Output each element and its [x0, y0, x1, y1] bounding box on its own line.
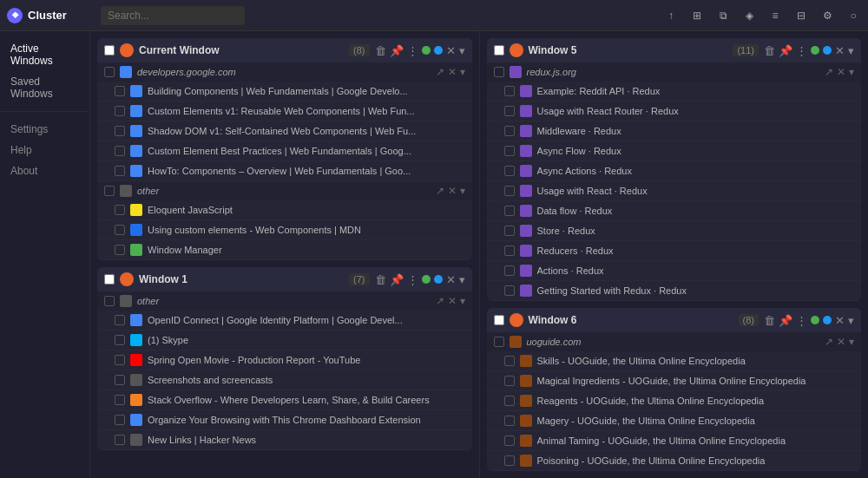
tab-close-icon[interactable]: ✕: [846, 106, 854, 117]
window-current-delete-icon[interactable]: 🗑: [375, 44, 386, 57]
tab-checkbox[interactable]: [504, 435, 515, 446]
filter-icon[interactable]: ≡: [767, 8, 783, 23]
tab-checkbox[interactable]: [115, 435, 125, 445]
tab-group-redux-chevron-icon[interactable]: ▾: [849, 66, 854, 78]
tab-checkbox[interactable]: [115, 86, 125, 96]
tab-close-icon[interactable]: ✕: [846, 226, 854, 237]
window-current-green-btn[interactable]: [422, 46, 431, 55]
tab-group-google-dev-checkbox[interactable]: [104, 67, 115, 77]
tab-checkbox[interactable]: [504, 356, 515, 366]
tab-checkbox[interactable]: [504, 146, 515, 156]
window-6-blue-btn[interactable]: [823, 316, 832, 324]
window-current-checkbox[interactable]: [104, 45, 115, 56]
tab-checkbox[interactable]: [504, 416, 515, 426]
window-6-chevron-icon[interactable]: ▾: [848, 314, 854, 327]
tab-checkbox[interactable]: [504, 376, 515, 386]
tab-close-icon[interactable]: ✕: [846, 376, 854, 387]
window-1-more-icon[interactable]: ⋮: [407, 273, 418, 286]
window-current-chevron-icon[interactable]: ▾: [459, 44, 465, 57]
window-1-delete-icon[interactable]: 🗑: [375, 273, 386, 286]
tab-close-icon[interactable]: ✕: [846, 265, 854, 277]
tab-checkbox[interactable]: [504, 206, 515, 216]
tab-group-google-dev-open-icon[interactable]: ↗: [436, 66, 444, 78]
tab-close-icon[interactable]: ✕: [457, 166, 465, 177]
tab-group-other2-close-icon[interactable]: ✕: [448, 295, 457, 307]
sidebar-item-active-windows[interactable]: Active Windows: [0, 38, 89, 71]
tab-checkbox[interactable]: [504, 396, 515, 406]
tab-checkbox[interactable]: [504, 186, 515, 196]
tab-close-icon[interactable]: ✕: [846, 246, 854, 257]
tab-close-icon[interactable]: ✕: [846, 86, 854, 97]
tab-group-other-chevron-icon[interactable]: ▾: [460, 185, 465, 197]
tab-checkbox[interactable]: [504, 246, 515, 256]
window-1-green-btn[interactable]: [422, 275, 431, 284]
tab-checkbox[interactable]: [115, 126, 125, 136]
tab-close-icon[interactable]: ✕: [457, 106, 465, 117]
tab-checkbox[interactable]: [115, 375, 125, 385]
tab-checkbox[interactable]: [115, 355, 125, 365]
tab-close-icon[interactable]: ✕: [846, 166, 854, 177]
copy-icon[interactable]: ⧉: [715, 8, 731, 23]
tab-close-icon[interactable]: ✕: [846, 396, 854, 407]
tab-checkbox[interactable]: [504, 126, 515, 136]
tab-close-icon[interactable]: ✕: [457, 395, 465, 406]
tab-checkbox[interactable]: [115, 225, 125, 235]
tab-group-uoguide-open-icon[interactable]: ↗: [825, 336, 833, 348]
tab-group-uoguide-checkbox[interactable]: [494, 337, 504, 347]
tab-group-other-checkbox[interactable]: [104, 186, 115, 196]
tab-checkbox[interactable]: [115, 146, 125, 156]
window-6-more-icon[interactable]: ⋮: [796, 314, 807, 327]
tab-close-icon[interactable]: ✕: [457, 86, 465, 97]
settings-gear-icon[interactable]: ⚙: [819, 8, 835, 23]
sidebar-item-about[interactable]: About: [0, 160, 89, 181]
window-1-chevron-icon[interactable]: ▾: [459, 273, 465, 286]
share-icon[interactable]: ↑: [663, 8, 679, 23]
tab-checkbox[interactable]: [504, 265, 515, 276]
tab-checkbox[interactable]: [115, 335, 125, 345]
tab-group-google-dev-close-icon[interactable]: ✕: [448, 66, 457, 78]
window-5-pin-icon[interactable]: 📌: [779, 44, 792, 57]
tab-group-uoguide-chevron-icon[interactable]: ▾: [849, 336, 854, 348]
window-5-checkbox[interactable]: [494, 45, 504, 56]
window-5-blue-btn[interactable]: [823, 46, 832, 55]
tab-checkbox[interactable]: [504, 166, 515, 176]
tab-checkbox[interactable]: [115, 106, 125, 116]
tab-close-icon[interactable]: ✕: [457, 375, 465, 386]
tab-group-redux-checkbox[interactable]: [494, 67, 504, 77]
window-5-more-icon[interactable]: ⋮: [796, 44, 807, 57]
window-1-pin-icon[interactable]: 📌: [390, 273, 404, 286]
tab-checkbox[interactable]: [504, 226, 515, 236]
tab-close-icon[interactable]: ✕: [457, 126, 465, 137]
tab-group-other2-checkbox[interactable]: [104, 296, 115, 306]
tab-close-icon[interactable]: ✕: [457, 435, 465, 446]
tab-close-icon[interactable]: ✕: [846, 285, 854, 297]
window-current-blue-btn[interactable]: [434, 46, 443, 55]
window-1-close-icon[interactable]: ✕: [446, 273, 456, 286]
window-5-green-btn[interactable]: [811, 46, 819, 55]
tab-checkbox[interactable]: [115, 415, 125, 425]
tab-group-redux-close-icon[interactable]: ✕: [837, 66, 845, 78]
window-current-pin-icon[interactable]: 📌: [390, 44, 404, 57]
grid-icon[interactable]: ⊞: [689, 8, 705, 23]
window-5-chevron-icon[interactable]: ▾: [848, 44, 854, 57]
window-1-blue-btn[interactable]: [434, 275, 443, 284]
tab-close-icon[interactable]: ✕: [846, 186, 854, 197]
sidebar-item-settings[interactable]: Settings: [0, 119, 89, 140]
tab-checkbox[interactable]: [115, 205, 125, 215]
tab-group-redux-open-icon[interactable]: ↗: [825, 66, 833, 78]
sidebar-item-saved-windows[interactable]: Saved Windows: [0, 71, 89, 104]
tab-group-other-open-icon[interactable]: ↗: [436, 185, 444, 197]
window-6-pin-icon[interactable]: 📌: [779, 314, 792, 327]
tab-group-other2-open-icon[interactable]: ↗: [436, 295, 444, 307]
tab-close-icon[interactable]: ✕: [457, 225, 465, 236]
tab-close-icon[interactable]: ✕: [846, 206, 854, 217]
window-6-checkbox[interactable]: [494, 315, 504, 325]
tag-icon[interactable]: ◈: [741, 8, 757, 23]
account-icon[interactable]: ○: [845, 8, 861, 23]
tab-checkbox[interactable]: [504, 106, 515, 116]
tab-close-icon[interactable]: ✕: [457, 205, 465, 216]
tab-checkbox[interactable]: [504, 86, 515, 96]
tab-checkbox[interactable]: [504, 285, 515, 296]
tab-close-icon[interactable]: ✕: [846, 146, 854, 157]
tab-close-icon[interactable]: ✕: [846, 126, 854, 137]
